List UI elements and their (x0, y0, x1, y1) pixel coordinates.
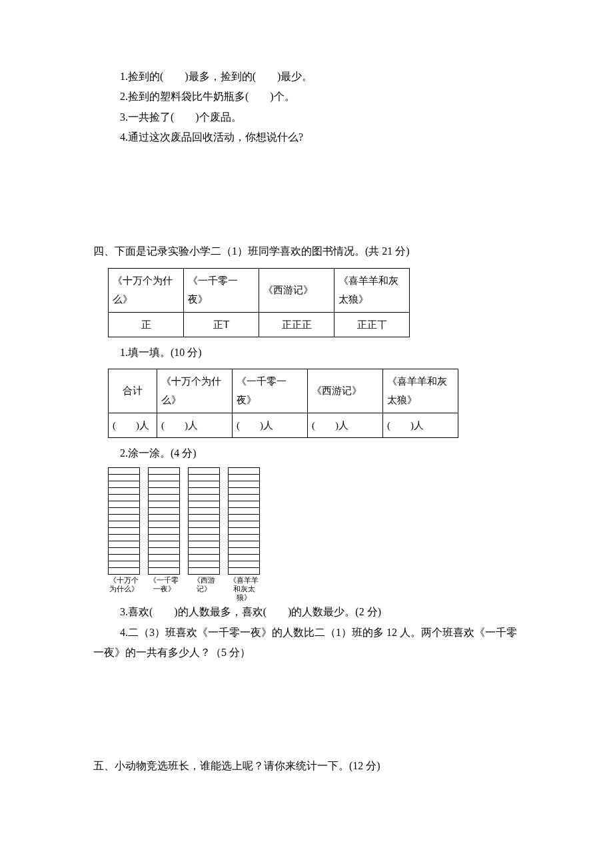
bar-chart-grid (108, 468, 520, 575)
bar-col-2 (148, 468, 180, 575)
bar-col-1 (108, 468, 140, 575)
s4-q4-line1: 4.二（3）班喜欢《一千零一夜》的人数比二（1）班的多 12 人。两个班喜欢《一… (93, 623, 520, 643)
fill-header-total: 合计 (109, 369, 157, 413)
bar-label-1: 《十万个为什么》 (108, 576, 140, 603)
s4-q2-label: 2.涂一涂。(4 分) (93, 443, 520, 463)
bar-col-4 (228, 468, 260, 575)
section-5-heading: 五、小动物竞选班长，谁能选上呢？请你来统计一下。(12 分) (93, 756, 520, 776)
q3-sub2: 2.捡到的塑料袋比牛奶瓶多( )个。 (120, 87, 520, 107)
book-col-3: 《西游记》 (259, 268, 334, 312)
book-col-2: 《一千零一夜》 (184, 268, 259, 312)
bar-label-2: 《一千零一夜》 (148, 576, 180, 603)
bar-grid-cell (108, 567, 140, 575)
fill-blank-4: ( )人 (383, 413, 458, 438)
fill-table: 合计 《十万个为什么》 《一千零一夜》 《西游记》 《喜羊羊和灰太狼》 ( )人… (108, 369, 458, 439)
tally-table: 《十万个为什么》 《一千零一夜》 《西游记》 《喜羊羊和灰太狼》 正 正𝖳 正正… (108, 268, 410, 338)
bar-label-4: 《喜羊羊和灰太狼》 (228, 576, 260, 603)
fill-header-b3: 《西游记》 (308, 369, 383, 413)
fill-header-b2: 《一千零一夜》 (233, 369, 308, 413)
section-4-heading: 四、下面是记录实验小学二（1）班同学喜欢的图书情况。(共 21 分) (93, 241, 520, 261)
fill-header-b1: 《十万个为什么》 (157, 369, 233, 413)
section-3-questions: 1.捡到的( )最多，捡到的( )最少。 2.捡到的塑料袋比牛奶瓶多( )个。 … (93, 67, 520, 148)
fill-blank-1: ( )人 (157, 413, 233, 438)
tally-cell-2: 正𝖳 (184, 312, 259, 337)
q3-sub4: 4.通过这次废品回收活动，你想说什么? (120, 127, 520, 147)
s4-q4-line2: 一夜》的一共有多少人？（5 分） (93, 643, 520, 663)
fill-blank-2: ( )人 (233, 413, 308, 438)
book-col-4: 《喜羊羊和灰太狼》 (334, 268, 410, 312)
s4-q1-label: 1.填一填。(10 分) (93, 343, 520, 363)
bar-grid-cell (148, 567, 180, 575)
fill-blank-3: ( )人 (308, 413, 383, 438)
bar-grid-cell (228, 567, 260, 575)
q3-sub1: 1.捡到的( )最多，捡到的( )最少。 (120, 67, 520, 87)
bar-col-3 (188, 468, 220, 575)
tally-cell-3: 正正正 (259, 312, 334, 337)
bar-labels-row: 《十万个为什么》 《一千零一夜》 《西游记》 《喜羊羊和灰太狼》 (108, 576, 520, 603)
fill-blank-total: ( )人 (109, 413, 157, 438)
bar-grid-cell (188, 567, 220, 575)
book-col-1: 《十万个为什么》 (109, 268, 184, 312)
s4-q3-line: 3.喜欢( )的人数最多，喜欢( )的人数最少。(2 分) (93, 602, 520, 622)
q3-sub3: 3.一共捡了( )个废品。 (120, 107, 520, 127)
tally-cell-4: 正正丅 (334, 312, 410, 337)
bar-label-3: 《西游记》 (188, 576, 220, 603)
fill-header-b4: 《喜羊羊和灰太狼》 (383, 369, 458, 413)
tally-cell-1: 正 (109, 312, 184, 337)
